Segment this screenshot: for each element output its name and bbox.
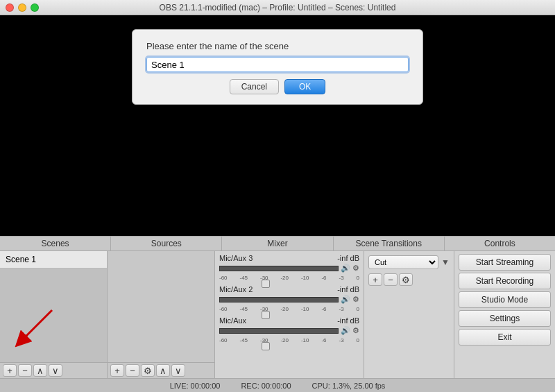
- main-window: Please enter the name of the scene Cance…: [0, 15, 555, 392]
- svg-line-1: [21, 310, 52, 341]
- close-button[interactable]: [6, 3, 14, 12]
- window-title: OBS 21.1.1-modified (mac) – Profile: Unt…: [160, 3, 396, 12]
- move-scene-down-button[interactable]: ∨: [49, 364, 62, 377]
- scenes-toolbar: + − ∧ ∨: [0, 362, 107, 378]
- controls-header: Controls: [445, 237, 555, 250]
- mixer-header: Mixer: [222, 237, 333, 250]
- exit-button[interactable]: Exit: [459, 329, 551, 346]
- settings-button[interactable]: Settings: [459, 310, 551, 327]
- move-source-down-button[interactable]: ∨: [171, 364, 185, 377]
- remove-scene-button[interactable]: −: [18, 364, 32, 377]
- cancel-button[interactable]: Cancel: [230, 79, 279, 94]
- status-bar: LIVE: 00:00:00 REC: 00:00:00 CPU: 1.3%, …: [0, 378, 555, 392]
- start-recording-button[interactable]: Start Recording: [459, 273, 551, 289]
- sources-panel: + − ⚙ ∧ ∨: [108, 251, 215, 378]
- mixer-panel: Mic/Aux 3 -inf dB 🔊 ⚙ -60-45-30-20-10-6-…: [215, 251, 364, 378]
- mixer-channel-3-header: Mic/Aux -inf dB: [219, 316, 359, 325]
- meter-scale-2: -60-45-30-20-10-6-30: [219, 306, 359, 312]
- minimize-button[interactable]: [18, 3, 26, 12]
- scene-content: [0, 269, 107, 362]
- chevron-down-icon: ▼: [441, 257, 450, 267]
- mixer-meter-1: [219, 266, 339, 271]
- add-transition-button[interactable]: +: [368, 273, 382, 286]
- dialog-overlay: Please enter the name of the scene Cance…: [0, 15, 555, 236]
- cpu-status: CPU: 1.3%, 25.00 fps: [312, 382, 386, 390]
- mute-icon-3[interactable]: 🔊: [341, 326, 350, 335]
- transitions-panel: Cut Fade ▼ + − ⚙: [364, 251, 454, 378]
- mixer-channel-1: Mic/Aux 3 -inf dB 🔊 ⚙ -60-45-30-20-10-6-…: [219, 254, 359, 282]
- mixer-meter-3: [219, 328, 339, 334]
- transition-type-select[interactable]: Cut Fade: [368, 255, 438, 269]
- mute-icon-2[interactable]: 🔊: [341, 295, 350, 304]
- transitions-select-row: Cut Fade ▼: [368, 255, 450, 269]
- dialog-buttons: Cancel OK: [146, 79, 409, 94]
- rec-status: REC: 00:00:00: [241, 382, 291, 390]
- fader-thumb-2[interactable]: [262, 311, 270, 319]
- maximize-button[interactable]: [31, 3, 39, 12]
- scene-item[interactable]: Scene 1: [0, 251, 107, 269]
- dialog-box: Please enter the name of the scene Cance…: [132, 29, 423, 105]
- settings-icon-3[interactable]: ⚙: [352, 326, 359, 335]
- live-status: LIVE: 00:00:00: [170, 382, 221, 390]
- settings-icon-2[interactable]: ⚙: [352, 295, 359, 304]
- mixer-channel-1-name: Mic/Aux 3: [219, 254, 253, 262]
- mute-icon-1[interactable]: 🔊: [341, 264, 350, 273]
- controls-panel: Start Streaming Start Recording Studio M…: [454, 251, 555, 378]
- meter-scale-1: -60-45-30-20-10-6-30: [219, 275, 359, 281]
- mixer-channel-2: Mic/Aux 2 -inf dB 🔊 ⚙ -60-45-30-20-10-6-…: [219, 285, 359, 314]
- panel-headers: Scenes Sources Mixer Scene Transitions C…: [0, 236, 555, 251]
- dialog-label: Please enter the name of the scene: [146, 41, 409, 51]
- scene-arrow: [3, 303, 66, 352]
- transitions-header: Scene Transitions: [334, 237, 445, 250]
- sources-header: Sources: [111, 237, 222, 250]
- mixer-channel-3-name: Mic/Aux: [219, 316, 246, 325]
- traffic-lights: [6, 3, 39, 12]
- meter-scale-3: -60-45-30-20-10-6-30: [219, 337, 359, 343]
- transition-settings-button[interactable]: ⚙: [399, 273, 413, 286]
- mixer-channel-2-header: Mic/Aux 2 -inf dB: [219, 285, 359, 293]
- remove-transition-button[interactable]: −: [384, 273, 398, 286]
- mixer-channel-1-level: -inf dB: [337, 254, 359, 262]
- scenes-header: Scenes: [0, 237, 111, 250]
- mixer-channel-2-name: Mic/Aux 2: [219, 285, 253, 293]
- fader-thumb-1[interactable]: [262, 280, 270, 288]
- fader-thumb-3[interactable]: [262, 342, 270, 350]
- preview-area: Please enter the name of the scene Cance…: [0, 15, 555, 236]
- sources-content: [108, 251, 214, 362]
- mixer-meter-2: [219, 297, 339, 302]
- sources-toolbar: + − ⚙ ∧ ∨: [108, 362, 214, 378]
- add-scene-button[interactable]: +: [3, 364, 17, 377]
- scene-name-input[interactable]: [146, 57, 409, 72]
- add-source-button[interactable]: +: [110, 364, 124, 377]
- mixer-channel-1-header: Mic/Aux 3 -inf dB: [219, 254, 359, 262]
- start-streaming-button[interactable]: Start Streaming: [459, 254, 551, 271]
- source-settings-button[interactable]: ⚙: [141, 364, 155, 377]
- mixer-channel-3-level: -inf dB: [337, 316, 359, 325]
- move-scene-up-button[interactable]: ∧: [33, 364, 47, 377]
- move-source-up-button[interactable]: ∧: [156, 364, 170, 377]
- mixer-channel-3: Mic/Aux -inf dB 🔊 ⚙ -60-45-30-20-10-6-30: [219, 316, 359, 345]
- transitions-toolbar: + − ⚙: [368, 273, 450, 286]
- panels-row: Scene 1 + − ∧: [0, 251, 555, 378]
- settings-icon-1[interactable]: ⚙: [352, 264, 359, 273]
- title-bar: OBS 21.1.1-modified (mac) – Profile: Unt…: [0, 0, 555, 15]
- ok-button[interactable]: OK: [284, 79, 325, 94]
- scenes-panel: Scene 1 + − ∧: [0, 251, 108, 378]
- remove-source-button[interactable]: −: [126, 364, 139, 377]
- bottom-panel: Scenes Sources Mixer Scene Transitions C…: [0, 236, 555, 392]
- studio-mode-button[interactable]: Studio Mode: [459, 291, 551, 308]
- mixer-channel-2-level: -inf dB: [337, 285, 359, 293]
